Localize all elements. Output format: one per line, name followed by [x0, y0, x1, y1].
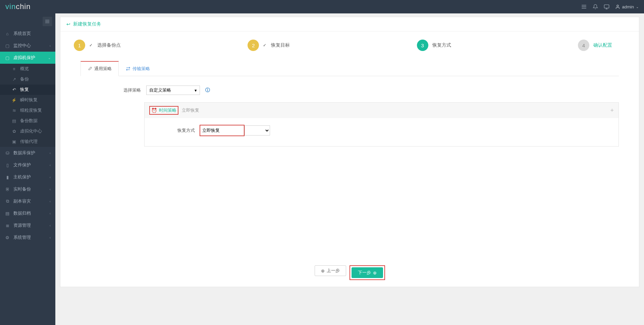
step-4[interactable]: 4 确认配置: [578, 40, 612, 51]
nav-label: 实时备份: [13, 186, 31, 192]
nav-label: 系统管理: [13, 234, 31, 240]
transfer-icon: [126, 66, 130, 71]
next-button[interactable]: 下一步 ⊕: [352, 267, 383, 278]
bolt-icon: ⚡: [11, 98, 17, 103]
nav-label: 系统首页: [13, 31, 31, 37]
nav-label: 数据库保护: [13, 150, 35, 156]
step-label: 确认配置: [593, 42, 612, 48]
step-number: 3: [417, 40, 428, 51]
step-label: 恢复目标: [271, 42, 290, 48]
gear-icon: ✿: [11, 129, 17, 134]
stack-icon: ≣: [5, 223, 10, 228]
nav-transagent[interactable]: ▣传输代理: [0, 137, 55, 147]
nav-granular[interactable]: ≋细粒度恢复: [0, 105, 55, 116]
tab-general[interactable]: 通用策略: [80, 61, 119, 76]
wizard-footer: ⊕ 上一步 下一步 ⊕: [60, 257, 639, 287]
nav-label: 传输代理: [20, 139, 38, 145]
sidebar-toggle[interactable]: [43, 17, 52, 26]
chevron-down-icon: ⌄: [636, 5, 639, 9]
restore-method-select[interactable]: [245, 125, 270, 136]
nav-backupdata[interactable]: ▤备份数据: [0, 116, 55, 126]
bell-icon[interactable]: [592, 4, 598, 10]
logo: vinchin: [0, 2, 31, 11]
nav-archive[interactable]: ▤数据归档‹: [0, 207, 55, 219]
step-2[interactable]: 2 ✓ 恢复目标: [248, 40, 290, 51]
nav-label: 备份数据: [20, 118, 38, 124]
wizard-steps: 1 ✓ 选择备份点 2 ✓ 恢复目标 3 恢复方式 4 确认配置: [60, 32, 639, 61]
nav-label: 备份: [20, 76, 29, 82]
nav-label: 概览: [20, 66, 29, 72]
step-number: 4: [578, 40, 589, 51]
step-1[interactable]: 1 ✓ 选择备份点: [74, 40, 121, 51]
highlight-time-policy: ⏰ 时间策略: [149, 106, 178, 115]
nav-label: 虚拟化中心: [20, 128, 42, 134]
nav-instant[interactable]: ⚡瞬时恢复: [0, 95, 55, 105]
chevron-left-icon: ‹: [50, 224, 51, 227]
nav-realtime[interactable]: ⛨实时备份‹: [0, 183, 55, 195]
info-icon[interactable]: ⓘ: [205, 87, 210, 93]
nav-overview[interactable]: ≡概览: [0, 64, 55, 74]
tab-label: 通用策略: [94, 66, 112, 72]
nav-label: 监控中心: [13, 43, 31, 49]
nav-replica[interactable]: ⧉副本容灾‹: [0, 195, 55, 207]
nav-hostprotect[interactable]: ▮主机保护‹: [0, 171, 55, 183]
svg-point-6: [617, 5, 619, 6]
nav-label: 细粒度恢复: [20, 108, 42, 113]
button-label: 上一步: [327, 268, 340, 274]
nav-backup[interactable]: ↗备份: [0, 74, 55, 85]
tab-label: 传输策略: [132, 66, 150, 72]
chevron-left-icon: ‹: [50, 212, 51, 215]
nav-label: 资源管理: [13, 222, 31, 228]
svg-rect-3: [604, 5, 609, 8]
row-select-policy: 选择策略 自定义策略 ▾ ⓘ: [121, 86, 619, 95]
topbar: vinchin admin ⌄: [0, 0, 644, 13]
main-panel: ↩ 新建恢复任务 1 ✓ 选择备份点 2 ✓ 恢复目标 3 恢复方式: [60, 17, 639, 287]
arrow-left-icon: ⊕: [321, 268, 325, 273]
screen-icon: ▢: [5, 43, 10, 48]
user-name: admin: [622, 4, 634, 9]
time-policy-subtitle: 立即恢复: [182, 107, 199, 113]
user-menu[interactable]: admin ⌄: [615, 4, 639, 9]
nav-label: 主机保护: [13, 174, 31, 180]
nav-vmprotect[interactable]: ▢虚拟机保护⌄: [0, 52, 55, 64]
chevron-left-icon: ‹: [50, 151, 51, 155]
copy-icon: ⧉: [5, 199, 10, 204]
user-icon: [615, 4, 620, 9]
nav-label: 副本容灾: [13, 198, 31, 204]
logo-part2: chin: [16, 2, 31, 11]
chevron-left-icon: ‹: [50, 200, 51, 203]
select-value: 自定义策略: [149, 88, 171, 93]
nav-virtcenter[interactable]: ✿虚拟化中心: [0, 126, 55, 137]
select-policy[interactable]: 自定义策略 ▾: [146, 86, 200, 95]
check-icon: ✓: [263, 43, 266, 48]
accordion-header[interactable]: ⏰ 时间策略 立即恢复 +: [145, 103, 619, 118]
nav-resource[interactable]: ≣资源管理‹: [0, 219, 55, 231]
nav-system[interactable]: ⚙系统管理‹: [0, 231, 55, 243]
time-policy-panel: ⏰ 时间策略 立即恢复 + 恢复方式: [144, 102, 619, 147]
tab-transfer[interactable]: 传输策略: [119, 61, 157, 76]
caret-down-icon: ▾: [195, 88, 197, 93]
plus-icon[interactable]: +: [610, 107, 614, 114]
cog-icon: ⚙: [5, 235, 10, 240]
server-icon: ▮: [5, 175, 10, 180]
step-3[interactable]: 3 恢复方式: [417, 40, 451, 51]
list-icon[interactable]: [581, 4, 587, 10]
nav-dbprotect[interactable]: ⛁数据库保护‹: [0, 147, 55, 159]
shield-icon: ⛨: [5, 187, 10, 192]
label-restore-method: 恢复方式: [151, 127, 195, 133]
chevron-left-icon: ‹: [50, 163, 51, 167]
restore-method-value[interactable]: [200, 125, 244, 136]
time-policy-title: 时间策略: [159, 107, 176, 113]
nav-monitor[interactable]: ▢监控中心‹: [0, 40, 55, 52]
sidebar: ⌂系统首页 ▢监控中心‹ ▢虚拟机保护⌄ ≡概览 ↗备份 ↶恢复 ⚡瞬时恢复 ≋…: [0, 13, 55, 325]
chevron-left-icon: ‹: [50, 187, 51, 191]
check-icon: ✓: [89, 43, 93, 48]
list-icon: ≡: [11, 67, 17, 71]
nav-restore[interactable]: ↶恢复: [0, 85, 55, 95]
arrow-right-icon: ⊕: [373, 270, 377, 275]
nav-home[interactable]: ⌂系统首页: [0, 28, 55, 40]
monitor-icon[interactable]: [604, 4, 610, 10]
nav-fileprotect[interactable]: ▯文件保护‹: [0, 159, 55, 171]
prev-button[interactable]: ⊕ 上一步: [315, 265, 346, 276]
doc-icon: ▣: [11, 139, 17, 144]
